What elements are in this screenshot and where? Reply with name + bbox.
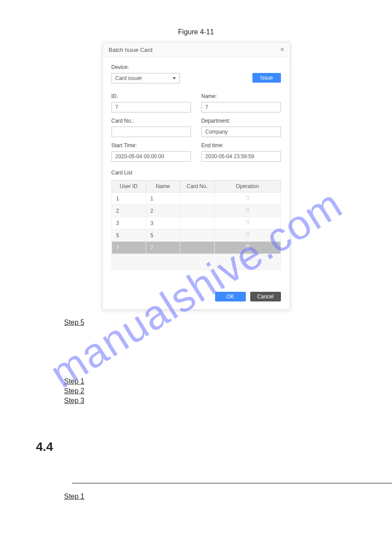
card-list-label: Card List: [111, 170, 281, 176]
issue-button[interactable]: Issue: [252, 73, 281, 83]
step-link-1b[interactable]: Step 1: [64, 493, 84, 501]
trash-icon[interactable]: [245, 208, 250, 214]
dialog-header: Batch Issue Card ×: [103, 43, 290, 57]
cell-userid: 7: [111, 242, 146, 254]
cell-name: 7: [146, 242, 180, 254]
cell-cardno: [180, 217, 214, 229]
name-label: Name:: [201, 93, 281, 99]
cell-userid: 1: [111, 192, 146, 205]
cell-name: 1: [146, 192, 180, 205]
department-label: Department:: [201, 118, 281, 124]
step-link-3[interactable]: Step 3: [64, 397, 84, 405]
cell-cardno: [180, 192, 214, 205]
step-link-1[interactable]: Step 1: [64, 377, 84, 385]
col-name: Name: [146, 181, 180, 192]
card-list-table: User ID Name Card No. Operation 1 1: [111, 180, 281, 270]
col-cardno: Card No.: [180, 181, 214, 192]
cell-userid: 5: [111, 229, 146, 242]
trash-icon[interactable]: [245, 220, 250, 226]
step-link-2[interactable]: Step 2: [64, 387, 84, 395]
footer-divider: [72, 483, 392, 483]
cardno-label: Card No.:: [111, 118, 191, 124]
table-row[interactable]: 7 7: [111, 242, 281, 254]
trash-icon[interactable]: [245, 245, 250, 251]
device-select[interactable]: Card issuer: [111, 73, 180, 83]
cell-cardno: [180, 205, 214, 217]
ok-button[interactable]: OK: [215, 292, 246, 301]
name-input[interactable]: 7: [201, 102, 281, 112]
id-label: ID.: [111, 93, 191, 99]
cell-name: 2: [146, 205, 180, 217]
cell-cardno: [180, 242, 214, 254]
cell-operation: [214, 229, 281, 242]
cardno-input[interactable]: [111, 127, 191, 137]
device-label: Device:: [111, 64, 180, 70]
trash-icon[interactable]: [245, 232, 250, 239]
start-time-input[interactable]: 2020-05-04 00:00:00: [111, 151, 191, 162]
end-time-label: End time:: [201, 142, 281, 149]
cell-operation: [214, 242, 281, 254]
device-select-value: Card issuer: [115, 73, 142, 83]
cell-userid: 2: [111, 205, 146, 217]
table-header-row: User ID Name Card No. Operation: [111, 181, 281, 192]
figure-caption: Figure 4-11: [36, 28, 356, 36]
cancel-button[interactable]: Cancel: [250, 292, 281, 301]
cell-operation: [214, 217, 281, 229]
close-icon[interactable]: ×: [280, 46, 284, 53]
cell-operation: [214, 192, 281, 205]
end-time-input[interactable]: 2030-05-04 23:59:59: [201, 151, 281, 162]
table-row[interactable]: 2 2: [111, 205, 281, 217]
section-number: 4.4: [36, 440, 356, 454]
department-input[interactable]: Company: [201, 127, 281, 137]
start-time-label: Start Time:: [111, 142, 191, 149]
table-row[interactable]: 1 1: [111, 192, 281, 205]
table-row-empty: [111, 254, 281, 270]
col-userid: User ID: [111, 181, 146, 192]
trash-icon[interactable]: [245, 196, 250, 202]
cell-name: 3: [146, 217, 180, 229]
cell-userid: 3: [111, 217, 146, 229]
batch-issue-card-dialog: Batch Issue Card × Device: Card issuer I…: [102, 42, 290, 310]
table-row[interactable]: 3 3: [111, 217, 281, 229]
cell-name: 5: [146, 229, 180, 242]
table-row[interactable]: 5 5: [111, 229, 281, 242]
cell-operation: [214, 205, 281, 217]
col-operation: Operation: [214, 181, 281, 192]
dialog-title: Batch Issue Card: [109, 47, 153, 53]
id-input[interactable]: 7: [111, 102, 191, 112]
chevron-down-icon: [173, 77, 176, 80]
cell-cardno: [180, 229, 214, 242]
step-link-5[interactable]: Step 5: [64, 319, 84, 326]
